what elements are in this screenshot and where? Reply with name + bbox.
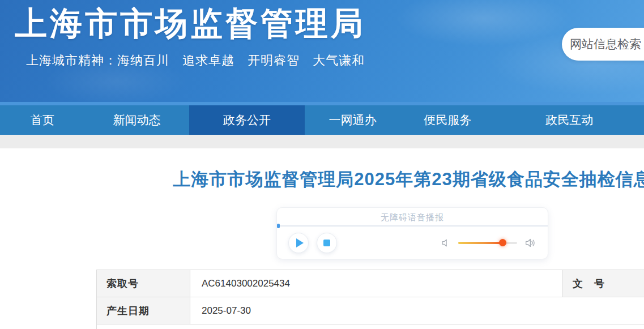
table-row: 产生日期 2025-07-30	[97, 297, 644, 324]
play-button[interactable]	[288, 233, 309, 253]
volume-thumb[interactable]	[499, 239, 506, 246]
accessibility-audio-player: 无障碍语音播报	[276, 207, 548, 259]
search-input[interactable]	[562, 28, 644, 61]
article-title: 上海市市场监督管理局2025年第23期省级食品安全抽检信息	[96, 168, 644, 191]
issue-date-value: 2025-07-30	[190, 297, 644, 324]
audio-player-label: 无障碍语音播报	[277, 208, 548, 225]
volume-fill	[458, 242, 503, 244]
table-row-cutoff	[97, 324, 644, 329]
nav-item-public-services[interactable]: 便民服务	[400, 105, 495, 135]
nav-item-one-stop-services[interactable]: 一网通办	[305, 105, 400, 135]
audio-progress-thumb[interactable]	[277, 224, 280, 228]
stop-icon	[323, 240, 330, 246]
document-number-label: 文 号	[563, 270, 644, 297]
city-spirit-slogan: 上海城市精神：海纳百川 追求卓越 开明睿智 大气谦和	[26, 52, 365, 69]
issue-date-label: 产生日期	[97, 297, 190, 324]
volume-slider[interactable]	[458, 242, 517, 244]
table-row: 索取号 AC61403002025434 文 号	[97, 270, 644, 297]
audio-progress-bar[interactable]	[277, 225, 548, 227]
play-icon	[296, 238, 304, 247]
nav-item-public-interaction[interactable]: 政民互动	[495, 105, 644, 135]
main-nav: 首页 新闻动态 政务公开 一网通办 便民服务 政民互动	[0, 102, 644, 135]
page-content: 上海市市场监督管理局2025年第23期省级食品安全抽检信息 无障碍语音播报	[96, 168, 644, 329]
nav-item-gov-disclosure[interactable]: 政务公开	[189, 105, 305, 135]
volume-high-icon	[524, 237, 536, 249]
cutoff-row-cell	[97, 324, 644, 329]
stop-button[interactable]	[317, 233, 337, 253]
nav-list: 首页 新闻动态 政务公开 一网通办 便民服务 政民互动	[0, 105, 644, 135]
document-info-table: 索取号 AC61403002025434 文 号 产生日期 2025-07-30	[96, 270, 644, 329]
index-number-label: 索取号	[97, 270, 190, 297]
nav-item-home[interactable]: 首页	[0, 105, 84, 135]
volume-low-icon	[440, 237, 451, 249]
sub-nav-band	[0, 135, 644, 148]
site-title: 上海市市场监督管理局	[15, 2, 366, 46]
nav-item-news[interactable]: 新闻动态	[84, 105, 189, 135]
index-number-value: AC61403002025434	[190, 270, 563, 297]
site-header: 上海市市场监督管理局 上海城市精神：海纳百川 追求卓越 开明睿智 大气谦和	[0, 0, 644, 102]
audio-controls	[277, 227, 548, 259]
